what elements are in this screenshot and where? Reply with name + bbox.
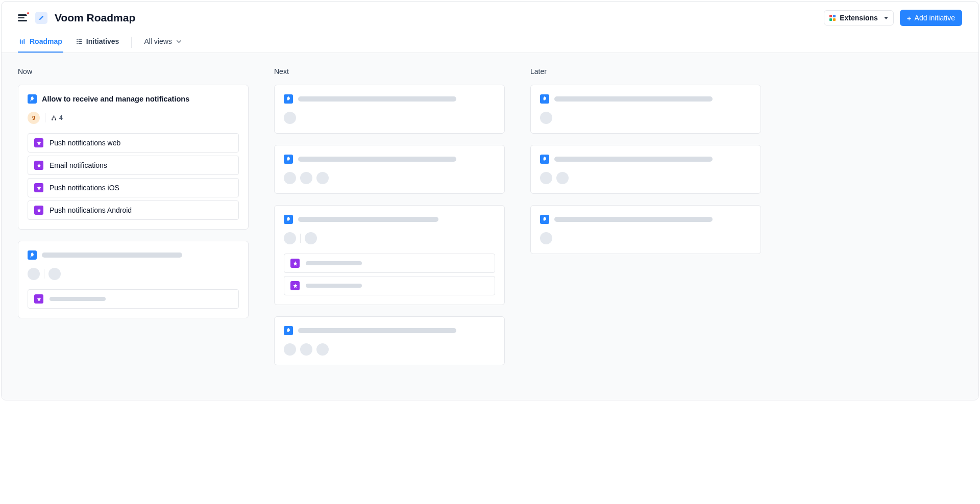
hierarchy-count-value: 4 <box>59 114 63 121</box>
rocket-icon <box>28 250 37 260</box>
svg-point-3 <box>77 39 78 40</box>
placeholder-line <box>306 261 362 265</box>
rocket-icon <box>284 94 293 104</box>
subitem[interactable]: Email notifications <box>28 156 239 175</box>
placeholder-line <box>554 96 713 102</box>
placeholder-line <box>298 157 456 162</box>
svg-rect-6 <box>78 39 82 40</box>
meta-divider <box>300 234 301 243</box>
meta-divider <box>45 113 45 122</box>
tabs: Roadmap Initiatives All views <box>2 32 978 53</box>
tab-all-views[interactable]: All views <box>143 32 183 53</box>
subitem-label: Push notifications web <box>50 139 120 147</box>
star-icon <box>34 138 43 147</box>
menu-toggle[interactable] <box>18 13 28 23</box>
placeholder-avatar <box>284 112 296 124</box>
placeholder-avatar <box>28 268 40 280</box>
svg-point-4 <box>77 41 78 42</box>
chevron-down-icon <box>175 38 183 45</box>
initiative-card-notifications[interactable]: Allow to receive and manage notification… <box>18 85 249 230</box>
placeholder-avatar <box>300 172 312 184</box>
tab-roadmap[interactable]: Roadmap <box>18 32 63 53</box>
star-icon <box>34 161 43 170</box>
subitem-placeholder[interactable] <box>284 254 495 273</box>
column-later: Later <box>530 67 761 386</box>
extensions-icon <box>829 15 836 21</box>
star-icon <box>34 294 43 304</box>
placeholder-avatar <box>284 232 296 244</box>
initiative-meta: 9 4 <box>28 112 239 124</box>
placeholder-line <box>298 217 438 222</box>
svg-rect-0 <box>20 39 21 44</box>
placeholder-avatar <box>48 268 61 280</box>
column-next-title: Next <box>274 67 505 75</box>
rocket-icon <box>540 155 549 164</box>
subitem-placeholder[interactable] <box>284 276 495 295</box>
initiative-title: Allow to receive and manage notification… <box>42 95 189 103</box>
subitem-placeholder[interactable] <box>28 289 239 309</box>
chevron-down-icon <box>884 17 888 19</box>
placeholder-line <box>554 157 713 162</box>
placeholder-avatar <box>540 172 552 184</box>
placeholder-avatar <box>556 172 569 184</box>
svg-rect-7 <box>78 41 82 41</box>
initiative-card-placeholder[interactable] <box>274 85 505 134</box>
placeholder-avatar <box>284 343 296 356</box>
svg-rect-8 <box>78 43 82 43</box>
initiative-card-placeholder[interactable] <box>530 145 761 194</box>
placeholder-avatar <box>316 343 329 356</box>
tab-divider <box>131 37 132 48</box>
page-title: Voom Roadmap <box>55 12 135 24</box>
tab-initiatives-label: Initiatives <box>86 37 119 45</box>
column-next: Next <box>274 67 505 386</box>
svg-rect-1 <box>22 40 23 44</box>
placeholder-line <box>306 284 362 288</box>
placeholder-line <box>554 217 713 222</box>
tab-initiatives[interactable]: Initiatives <box>75 32 120 53</box>
subitems: Push notifications web Email notificatio… <box>28 133 239 220</box>
rocket-icon <box>540 94 549 104</box>
star-icon <box>34 183 43 192</box>
board: Now Allow to receive and manage notifica… <box>2 53 978 400</box>
initiative-card-placeholder[interactable] <box>274 145 505 194</box>
placeholder-avatar <box>540 232 552 244</box>
svg-rect-2 <box>23 38 24 43</box>
rocket-icon <box>284 326 293 335</box>
subitem-label: Email notifications <box>50 161 107 169</box>
hierarchy-icon <box>51 115 57 121</box>
placeholder-avatar <box>316 172 329 184</box>
column-now-title: Now <box>18 67 249 75</box>
placeholder-avatar <box>284 172 296 184</box>
meta-divider <box>44 269 44 279</box>
placeholder-line <box>42 253 182 258</box>
topbar-right: Extensions + Add initiative <box>824 10 962 26</box>
rocket-icon <box>540 215 549 224</box>
add-initiative-button[interactable]: + Add initiative <box>900 10 962 26</box>
list-icon <box>76 38 83 45</box>
roadmap-icon <box>19 38 27 45</box>
topbar: Voom Roadmap Extensions + Add initiative <box>2 2 978 26</box>
rocket-icon <box>284 215 293 224</box>
initiative-card-placeholder[interactable] <box>18 241 249 318</box>
svg-point-9 <box>53 115 54 116</box>
hierarchy-count: 4 <box>51 114 63 121</box>
subitem[interactable]: Push notifications iOS <box>28 178 239 197</box>
subitem[interactable]: Push notifications web <box>28 133 239 153</box>
notification-dot <box>26 11 30 15</box>
initiative-card-placeholder[interactable] <box>274 316 505 365</box>
star-icon <box>34 206 43 215</box>
extensions-button[interactable]: Extensions <box>824 10 894 26</box>
column-now: Now Allow to receive and manage notifica… <box>18 67 249 386</box>
star-icon <box>290 259 300 268</box>
initiative-card-placeholder[interactable] <box>530 205 761 254</box>
column-later-title: Later <box>530 67 761 75</box>
placeholder-avatar <box>300 343 312 356</box>
placeholder-line <box>298 328 456 333</box>
placeholder-avatar <box>305 232 317 244</box>
initiative-card-placeholder[interactable] <box>530 85 761 134</box>
add-initiative-label: Add initiative <box>915 14 955 22</box>
placeholder-avatar <box>540 112 552 124</box>
topbar-left: Voom Roadmap <box>18 12 135 24</box>
subitem[interactable]: Push notifications Android <box>28 200 239 220</box>
initiative-card-placeholder[interactable] <box>274 205 505 305</box>
